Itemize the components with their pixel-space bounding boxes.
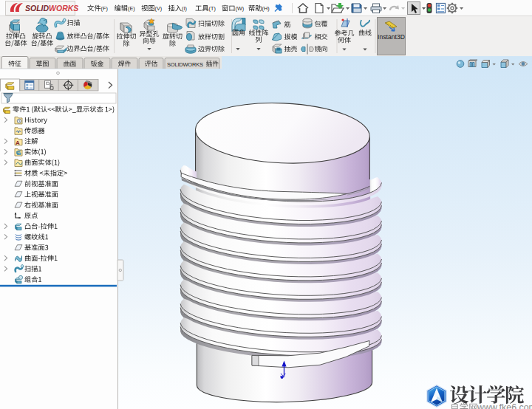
svg-text:SOLIDWORKS: SOLIDWORKS: [167, 61, 203, 68]
svg-text:A: A: [16, 140, 20, 146]
svg-text:SOLIDWORKS: SOLIDWORKS: [25, 4, 78, 13]
svg-text:(W): (W): [236, 5, 245, 12]
svg-text:(F): (F): [101, 5, 108, 12]
svg-text:Instant3D: Instant3D: [378, 33, 405, 41]
svg-text:www.fke6.com: www.fke6.com: [477, 402, 532, 409]
svg-text:(V): (V): [155, 5, 163, 12]
svg-text:(I): (I): [182, 5, 187, 12]
svg-text:(T): (T): [209, 5, 216, 12]
svg-text:(E): (E): [128, 5, 135, 12]
svg-text:(H): (H): [262, 5, 270, 12]
